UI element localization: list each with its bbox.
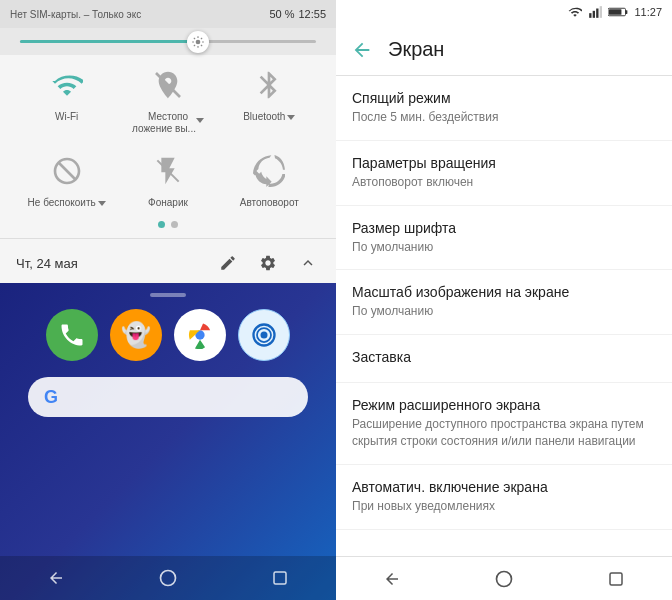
svg-rect-26 bbox=[610, 573, 622, 585]
dnd-tile-label: Не беспокоить bbox=[28, 197, 106, 209]
autorotate-tile-label: Автоповорот bbox=[240, 197, 299, 209]
location-arrow bbox=[196, 118, 204, 134]
settings-screen-title: Экран bbox=[388, 38, 444, 61]
app-phone-icon[interactable] bbox=[46, 309, 98, 361]
notification-bottom-bar: Чт, 24 мая bbox=[0, 243, 336, 283]
bluetooth-tile[interactable]: Bluetooth bbox=[229, 61, 309, 135]
setting-sleep-mode-title: Спящий режим bbox=[352, 90, 656, 106]
wifi-tile-icon-wrap bbox=[43, 61, 91, 109]
setting-screensaver-title: Заставка bbox=[352, 349, 656, 365]
bluetooth-icon bbox=[253, 69, 285, 101]
flashlight-tile-icon-wrap bbox=[144, 147, 192, 195]
svg-point-16 bbox=[161, 571, 176, 586]
brightness-row[interactable] bbox=[0, 28, 336, 55]
dnd-arrow bbox=[98, 201, 106, 206]
chevron-up-icon bbox=[299, 254, 317, 272]
svg-point-0 bbox=[195, 39, 200, 44]
setting-auto-wake[interactable]: Автоматич. включение экрана При новых ув… bbox=[336, 465, 672, 530]
back-button[interactable] bbox=[344, 32, 380, 68]
flashlight-icon bbox=[152, 155, 184, 187]
setting-extended-screen[interactable]: Режим расширенного экрана Расширение дос… bbox=[336, 383, 672, 465]
bottom-icons-row bbox=[216, 251, 320, 275]
bluetooth-tile-icon-wrap bbox=[245, 61, 293, 109]
brightness-thumb[interactable] bbox=[187, 31, 209, 53]
wifi-status-icon bbox=[568, 5, 582, 19]
setting-display-scale[interactable]: Масштаб изображения на экране По умолчан… bbox=[336, 270, 672, 335]
setting-screensaver[interactable]: Заставка bbox=[336, 335, 672, 383]
back-button-settings[interactable] bbox=[372, 559, 412, 599]
google-search-bar[interactable]: G bbox=[28, 377, 308, 417]
tiles-row-1: Wi-Fi Местопо ложение вы... bbox=[0, 55, 336, 141]
edit-button[interactable] bbox=[216, 251, 240, 275]
back-arrow-icon-home bbox=[47, 569, 65, 587]
svg-rect-20 bbox=[597, 9, 599, 18]
location-tile[interactable]: Местопо ложение вы... bbox=[128, 61, 208, 135]
svg-line-5 bbox=[193, 37, 194, 38]
status-bar-right: 50 % 12:55 bbox=[269, 8, 326, 20]
brightness-fill bbox=[20, 40, 198, 43]
tiles-row-2: Не беспокоить Фонарик Автоповорот bbox=[0, 141, 336, 215]
home-circle-icon bbox=[158, 568, 178, 588]
recents-button-settings[interactable] bbox=[596, 559, 636, 599]
setting-auto-wake-sub: При новых уведомлениях bbox=[352, 498, 656, 515]
app-ghost-icon[interactable]: 👻 bbox=[110, 309, 162, 361]
time-text: 12:55 bbox=[298, 8, 326, 20]
setting-sleep-mode[interactable]: Спящий режим После 5 мин. бездействия bbox=[336, 76, 672, 141]
recents-button-home[interactable] bbox=[260, 558, 300, 598]
collapse-button[interactable] bbox=[296, 251, 320, 275]
setting-auto-wake-title: Автоматич. включение экрана bbox=[352, 479, 656, 495]
home-circle-icon-settings bbox=[494, 569, 514, 589]
autorotate-tile-icon-wrap bbox=[245, 147, 293, 195]
location-tile-icon-wrap bbox=[144, 61, 192, 109]
app-msg-icon[interactable] bbox=[238, 309, 290, 361]
battery-status-icon bbox=[608, 5, 628, 19]
swipe-handle[interactable] bbox=[150, 293, 186, 297]
svg-point-25 bbox=[497, 571, 512, 586]
brightness-track[interactable] bbox=[20, 40, 316, 43]
svg-rect-19 bbox=[593, 11, 595, 18]
flashlight-tile[interactable]: Фонарик bbox=[128, 147, 208, 209]
setting-display-scale-sub: По умолчанию bbox=[352, 303, 656, 320]
right-panel: 11:27 Экран Спящий режим После 5 мин. бе… bbox=[336, 0, 672, 600]
settings-button[interactable] bbox=[256, 251, 280, 275]
carrier-text: Нет SIM-карты. – Только экс bbox=[10, 9, 141, 20]
svg-rect-21 bbox=[600, 6, 602, 18]
back-arrow-icon-settings bbox=[383, 570, 401, 588]
left-status-bar: Нет SIM-карты. – Только экс 50 % 12:55 bbox=[0, 0, 336, 28]
dnd-tile[interactable]: Не беспокоить bbox=[27, 147, 107, 209]
svg-rect-18 bbox=[590, 13, 592, 18]
home-button-settings[interactable] bbox=[484, 559, 524, 599]
setting-rotation[interactable]: Параметры вращения Автоповорот включен bbox=[336, 141, 672, 206]
messages-icon bbox=[250, 321, 278, 349]
autorotate-icon bbox=[253, 155, 285, 187]
autorotate-tile[interactable]: Автоповорот bbox=[229, 147, 309, 209]
setting-font-size[interactable]: Размер шрифта По умолчанию bbox=[336, 206, 672, 271]
setting-rotation-sub: Автоповорот включен bbox=[352, 174, 656, 191]
home-screen: 👻 G bbox=[0, 283, 336, 600]
nav-bar-home bbox=[0, 556, 336, 600]
bluetooth-arrow bbox=[287, 115, 295, 120]
setting-font-size-sub: По умолчанию bbox=[352, 239, 656, 256]
svg-rect-24 bbox=[609, 9, 622, 15]
setting-font-size-title: Размер шрифта bbox=[352, 220, 656, 236]
app-row: 👻 bbox=[30, 309, 306, 361]
recents-square-icon bbox=[271, 569, 289, 587]
back-button-home[interactable] bbox=[36, 558, 76, 598]
home-button-home[interactable] bbox=[148, 558, 188, 598]
app-chrome-icon[interactable] bbox=[174, 309, 226, 361]
left-panel: Нет SIM-карты. – Только экс 50 % 12:55 bbox=[0, 0, 336, 600]
date-text: Чт, 24 мая bbox=[16, 256, 78, 271]
svg-line-7 bbox=[193, 44, 194, 45]
pencil-icon bbox=[219, 254, 237, 272]
dot-1 bbox=[158, 221, 165, 228]
setting-display-scale-title: Масштаб изображения на экране bbox=[352, 284, 656, 300]
svg-line-8 bbox=[201, 37, 202, 38]
back-arrow-icon bbox=[351, 39, 373, 61]
setting-extended-screen-title: Режим расширенного экрана bbox=[352, 397, 656, 413]
dot-2 bbox=[171, 221, 178, 228]
wifi-tile[interactable]: Wi-Fi bbox=[27, 61, 107, 135]
setting-sleep-mode-sub: После 5 мин. бездействия bbox=[352, 109, 656, 126]
bluetooth-tile-label: Bluetooth bbox=[243, 111, 295, 123]
setting-extended-screen-sub: Расширение доступного пространства экран… bbox=[352, 416, 656, 450]
chrome-icon bbox=[186, 321, 214, 349]
